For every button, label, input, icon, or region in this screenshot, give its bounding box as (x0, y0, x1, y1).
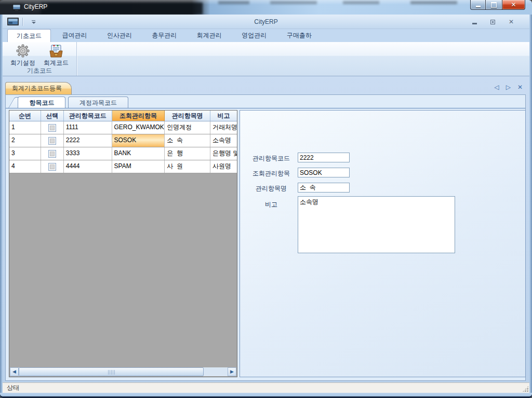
status-text: 상태 (7, 384, 19, 391)
table-row[interactable]: 3 3333 BANK 은 행 은행명 및 (9, 147, 237, 160)
cell-item-name: 은 행 (165, 147, 210, 160)
cell-note: 거래처명 (210, 121, 237, 134)
outer-titlebar[interactable]: CityERP ✕ (0, 0, 532, 15)
close-button[interactable]: ✕ (502, 0, 525, 10)
resize-grip-icon[interactable] (522, 386, 529, 392)
row-select-checkbox[interactable] (48, 124, 56, 132)
background-window-glass (41, 3, 203, 15)
scroll-left-button[interactable]: ◀ (10, 367, 19, 376)
cell-lookup-item: GERO_KWAMOK (112, 121, 165, 134)
cell-item-code: 1111 (64, 121, 112, 134)
cell-select (41, 160, 64, 173)
cell-note: 소속명 (210, 134, 237, 147)
maximize-icon (491, 2, 497, 8)
cell-note: 은행명 및 (210, 147, 237, 160)
main-panel: 항목코드 계정과목코드 순번 선택 관리항목코드 조회관리항목 관리항목명 비고… (5, 94, 526, 381)
tab-account-subject-code[interactable]: 계정과목코드 (68, 97, 128, 108)
scroll-right-button[interactable]: ▶ (228, 367, 236, 376)
doc-tab-prev-icon[interactable]: ◁ (494, 84, 499, 91)
cell-lookup-item-selected: SOSOK (112, 134, 165, 147)
input-item-code[interactable] (298, 153, 350, 162)
cell-note: 사원명 (210, 160, 237, 173)
document-tab-nav: ◁ ▷ ✕ (494, 84, 523, 91)
cell-item-name: 사 원 (165, 160, 210, 173)
col-header-select[interactable]: 선택 (41, 111, 64, 121)
row-select-checkbox[interactable] (48, 163, 56, 171)
account-code-button[interactable]: 회계코드 (40, 43, 72, 68)
doc-tab-next-icon[interactable]: ▷ (506, 84, 511, 91)
outer-window-title: CityERP (24, 3, 47, 10)
cell-lookup-item: BANK (112, 147, 165, 160)
col-header-item-code[interactable]: 관리항목코드 (64, 111, 112, 121)
ribbon-tab-purchase[interactable]: 구매출하 (278, 29, 321, 42)
scrollbar-grip (108, 370, 115, 375)
cell-select (41, 147, 64, 160)
minimize-icon (476, 6, 481, 7)
document-tray-icon (49, 44, 63, 58)
cityerp-window: CityERP ✕ CityERP ✕ 기초코드 급여관리 인사관리 총무관리 … (0, 0, 532, 398)
textarea-note[interactable]: 소속명 (298, 196, 455, 253)
ribbon-tab-payroll[interactable]: 급여관리 (53, 29, 96, 42)
code-grid: 순번 선택 관리항목코드 조회관리항목 관리항목명 비고 1 1111 GERO… (9, 110, 237, 377)
tab-item-code[interactable]: 항목코드 (18, 97, 65, 108)
detail-form: 관리항목코드 조회관리항목 관리항목명 비고 소속명 (240, 110, 526, 377)
grid-header-row: 순번 선택 관리항목코드 조회관리항목 관리항목명 비고 (9, 111, 237, 121)
window-frame-right (529, 15, 532, 394)
label-item-code: 관리항목코드 (245, 154, 297, 163)
ribbon-tab-gichocode[interactable]: 기초코드 (7, 29, 51, 42)
minimize-button[interactable] (470, 0, 486, 10)
cell-seq: 2 (9, 134, 41, 147)
maximize-button[interactable] (486, 0, 502, 10)
ribbon-tab-bar: 기초코드 급여관리 인사관리 총무관리 회계관리 영업관리 구매출하 (3, 29, 529, 42)
cell-seq: 4 (9, 160, 41, 173)
inner-close-button[interactable]: ✕ (509, 19, 514, 24)
cell-seq: 1 (9, 121, 41, 134)
table-row-selected[interactable]: 2 2222 SOSOK 소 속 소속명 (9, 134, 237, 147)
cell-item-code: 4444 (64, 160, 112, 173)
col-header-note[interactable]: 비고 (210, 111, 237, 121)
glass-smudge (410, 1, 457, 4)
row-select-checkbox[interactable] (48, 137, 56, 145)
ribbon-tab-hr[interactable]: 인사관리 (98, 29, 141, 42)
horizontal-scrollbar[interactable]: ◀ ▶ (10, 367, 236, 376)
glass-smudge (218, 1, 249, 4)
doc-tab-close-icon[interactable]: ✕ (517, 84, 523, 91)
ribbon-tab-accounting[interactable]: 회계관리 (188, 29, 231, 42)
cell-item-name: 인명계정 (165, 121, 210, 134)
fiscal-period-settings-button[interactable]: 회기설정 (7, 43, 39, 68)
cell-item-name: 소 속 (165, 134, 210, 147)
col-header-item-name[interactable]: 관리항목명 (165, 111, 210, 121)
cell-seq: 3 (9, 147, 41, 160)
inner-restore-button[interactable] (490, 20, 495, 24)
col-header-seq[interactable]: 순번 (9, 111, 41, 121)
table-row[interactable]: 1 1111 GERO_KWAMOK 인명계정 거래처명 (9, 121, 237, 134)
label-note: 비고 (245, 200, 297, 209)
gear-icon (16, 44, 30, 58)
label-item-name: 관리항목명 (245, 184, 297, 193)
document-tab-basecode-register[interactable]: 회계기초코드등록 (5, 82, 72, 94)
cell-lookup-item: SPAM (112, 160, 165, 173)
glass-smudge (270, 1, 317, 4)
app-icon (12, 4, 21, 13)
close-icon: ✕ (511, 1, 516, 9)
inner-minimize-button[interactable] (472, 23, 477, 24)
scrollbar-thumb[interactable] (19, 367, 204, 376)
col-header-lookup-item[interactable]: 조회관리항목 (112, 111, 165, 121)
scroll-left-icon: ◀ (12, 369, 16, 374)
table-row[interactable]: 4 4444 SPAM 사 원 사원명 (9, 160, 237, 173)
input-item-name[interactable] (298, 183, 350, 193)
cell-item-code: 3333 (64, 147, 112, 160)
ribbon-group-label: 기초코드 (3, 66, 76, 75)
input-lookup-item[interactable] (298, 168, 350, 177)
cell-select (41, 121, 64, 134)
glass-smudge (343, 1, 379, 4)
window-controls: ✕ (470, 0, 525, 10)
ribbon-group-basecode: 회기설정 회계코드 기초코드 (3, 42, 77, 76)
ribbon-tab-general-affairs[interactable]: 총무관리 (143, 29, 185, 42)
cell-item-code: 2222 (64, 134, 112, 147)
row-select-checkbox[interactable] (48, 150, 56, 158)
inner-window-controls: ✕ (472, 19, 514, 24)
ribbon-tab-sales[interactable]: 영업관리 (233, 29, 275, 42)
inner-window-title: CityERP (3, 18, 529, 25)
inner-titlebar[interactable]: CityERP ✕ (3, 15, 529, 29)
